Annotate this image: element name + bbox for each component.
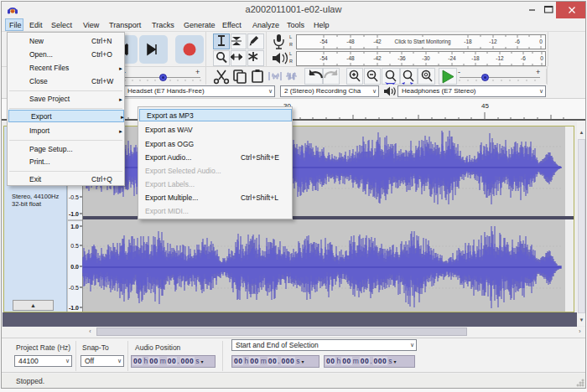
svg-text:-48: -48 — [346, 39, 355, 44]
svg-text:1.0: 1.0 — [70, 224, 79, 230]
svg-text:-18: -18 — [464, 39, 472, 44]
svg-text:-1.0: -1.0 — [69, 211, 79, 217]
svg-text:Click to Start Monitoring: Click to Start Monitoring — [395, 39, 451, 45]
svg-text:R: R — [289, 59, 293, 64]
svg-text:0: 0 — [539, 39, 543, 44]
svg-text:-42: -42 — [373, 39, 382, 44]
svg-text:-24: -24 — [448, 55, 456, 61]
svg-text:-0.5: -0.5 — [69, 194, 79, 200]
svg-text:-12: -12 — [496, 55, 504, 61]
svg-text:-: - — [458, 68, 460, 76]
svg-text:-48: -48 — [346, 55, 355, 61]
svg-text:-36: -36 — [397, 55, 406, 61]
svg-text:+: + — [195, 68, 200, 76]
svg-text:0: 0 — [540, 55, 543, 61]
svg-text:-1.0: -1.0 — [69, 305, 79, 311]
svg-text:45: 45 — [481, 102, 489, 110]
svg-text:+: + — [536, 68, 540, 76]
svg-text:-54: -54 — [319, 55, 328, 61]
svg-text:L: L — [289, 51, 292, 56]
svg-text:-42: -42 — [373, 55, 382, 61]
svg-text:-30: -30 — [422, 55, 430, 61]
svg-text:0.0: 0.0 — [70, 264, 79, 270]
svg-text:-18: -18 — [471, 55, 480, 61]
svg-text:0.5: 0.5 — [70, 243, 79, 249]
svg-text:-54: -54 — [319, 39, 328, 44]
svg-text:R: R — [289, 42, 293, 47]
svg-text:-6: -6 — [521, 55, 526, 61]
svg-text:-12: -12 — [489, 39, 497, 44]
svg-text:-6: -6 — [515, 39, 520, 44]
svg-text:L: L — [289, 34, 292, 39]
svg-text:-0.5: -0.5 — [69, 285, 79, 291]
